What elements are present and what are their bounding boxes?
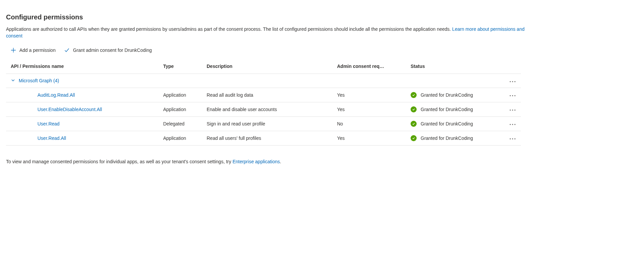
more-actions-button[interactable] bbox=[508, 80, 518, 84]
add-permission-label: Add a permission bbox=[19, 48, 56, 53]
check-circle-icon bbox=[411, 106, 417, 112]
more-icon bbox=[510, 138, 516, 140]
more-icon bbox=[510, 124, 516, 125]
svg-point-9 bbox=[510, 124, 511, 125]
footer-text: To view and manage consented permissions… bbox=[6, 159, 638, 164]
table-row: User.Read Delegated Sign in and read use… bbox=[6, 116, 521, 131]
svg-point-3 bbox=[510, 95, 511, 96]
permission-consent: Yes bbox=[334, 88, 407, 102]
permission-description: Sign in and read user profile bbox=[203, 116, 334, 131]
check-circle-icon bbox=[411, 92, 417, 98]
more-actions-button[interactable] bbox=[508, 94, 518, 98]
permission-name-link[interactable]: User.Read bbox=[11, 121, 60, 126]
status-text: Granted for DrunkCoding bbox=[421, 135, 473, 141]
svg-point-6 bbox=[510, 109, 511, 110]
svg-point-5 bbox=[514, 95, 515, 96]
svg-point-1 bbox=[512, 81, 513, 82]
status-badge: Granted for DrunkCoding bbox=[411, 92, 473, 98]
svg-point-13 bbox=[512, 138, 513, 139]
table-row: User.EnableDisableAccount.All Applicatio… bbox=[6, 102, 521, 116]
status-badge: Granted for DrunkCoding bbox=[411, 121, 473, 127]
description-text: Applications are authorized to call APIs… bbox=[6, 26, 452, 32]
api-group-label: Microsoft Graph (4) bbox=[19, 78, 59, 83]
more-actions-button[interactable] bbox=[508, 122, 518, 126]
permission-description: Enable and disable user accounts bbox=[203, 102, 334, 116]
more-icon bbox=[510, 95, 516, 96]
grant-consent-label: Grant admin consent for DrunkCoding bbox=[73, 48, 152, 53]
footer-suffix: . bbox=[280, 159, 281, 164]
permission-name-link[interactable]: AuditLog.Read.All bbox=[11, 92, 75, 98]
svg-point-12 bbox=[510, 138, 511, 139]
permission-consent: Yes bbox=[334, 131, 407, 145]
permissions-table: API / Permissions name Type Description … bbox=[6, 60, 521, 146]
permission-consent: No bbox=[334, 116, 407, 131]
svg-point-0 bbox=[510, 81, 511, 82]
status-badge: Granted for DrunkCoding bbox=[411, 106, 473, 112]
permission-type: Application bbox=[160, 131, 203, 145]
enterprise-applications-link[interactable]: Enterprise applications bbox=[232, 159, 280, 164]
svg-point-7 bbox=[512, 109, 513, 110]
permission-type: Application bbox=[160, 102, 203, 116]
svg-point-8 bbox=[514, 109, 515, 110]
svg-point-11 bbox=[514, 124, 515, 125]
grant-consent-button[interactable]: Grant admin consent for DrunkCoding bbox=[64, 48, 152, 53]
plus-icon bbox=[11, 48, 16, 53]
svg-point-14 bbox=[514, 138, 515, 139]
column-header-type[interactable]: Type bbox=[160, 60, 203, 74]
more-actions-button[interactable] bbox=[508, 108, 518, 112]
column-header-description[interactable]: Description bbox=[203, 60, 334, 74]
section-title: Configured permissions bbox=[6, 13, 638, 21]
status-text: Granted for DrunkCoding bbox=[421, 92, 473, 98]
table-row: AuditLog.Read.All Application Read all a… bbox=[6, 88, 521, 102]
check-icon bbox=[64, 48, 70, 53]
api-group-toggle[interactable]: Microsoft Graph (4) bbox=[11, 78, 59, 84]
column-header-consent[interactable]: Admin consent req… bbox=[334, 60, 407, 74]
permission-description: Read all users' full profiles bbox=[203, 131, 334, 145]
chevron-down-icon bbox=[11, 78, 15, 84]
svg-point-4 bbox=[512, 95, 513, 96]
more-actions-button[interactable] bbox=[508, 137, 518, 141]
svg-point-2 bbox=[514, 81, 515, 82]
footer-prefix: To view and manage consented permissions… bbox=[6, 159, 232, 164]
table-row: User.Read.All Application Read all users… bbox=[6, 131, 521, 145]
api-group-row[interactable]: Microsoft Graph (4) bbox=[6, 74, 521, 88]
section-description: Applications are authorized to call APIs… bbox=[6, 26, 528, 39]
more-icon bbox=[510, 81, 516, 82]
check-circle-icon bbox=[411, 121, 417, 127]
permission-consent: Yes bbox=[334, 102, 407, 116]
status-badge: Granted for DrunkCoding bbox=[411, 135, 473, 141]
more-icon bbox=[510, 109, 516, 111]
svg-point-10 bbox=[512, 124, 513, 125]
permission-name-link[interactable]: User.EnableDisableAccount.All bbox=[11, 107, 102, 112]
toolbar: Add a permission Grant admin consent for… bbox=[6, 48, 638, 53]
column-header-status[interactable]: Status bbox=[407, 60, 504, 74]
permission-type: Delegated bbox=[160, 116, 203, 131]
permission-description: Read all audit log data bbox=[203, 88, 334, 102]
column-header-api[interactable]: API / Permissions name bbox=[6, 60, 160, 74]
permission-type: Application bbox=[160, 88, 203, 102]
check-circle-icon bbox=[411, 135, 417, 141]
status-text: Granted for DrunkCoding bbox=[421, 121, 473, 126]
status-text: Granted for DrunkCoding bbox=[421, 107, 473, 112]
permission-name-link[interactable]: User.Read.All bbox=[11, 135, 66, 141]
add-permission-button[interactable]: Add a permission bbox=[11, 48, 56, 53]
